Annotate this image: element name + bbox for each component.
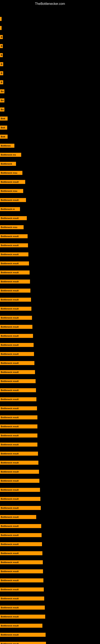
result-bar: Bottleneck result bbox=[0, 379, 36, 383]
bar-row: Bottleneck result bbox=[0, 396, 100, 402]
bar-label: Bottleneck result bbox=[1, 588, 19, 591]
result-bar: Bottlenec bbox=[0, 144, 14, 148]
bar-row: Bottleneck result bbox=[0, 234, 100, 239]
result-bar: Bottleneck result bbox=[0, 533, 42, 537]
bar-row: Bottleneck result bbox=[0, 469, 100, 474]
result-bar: Bottleneck result bbox=[0, 343, 34, 347]
bar-label: Bottleneck result bbox=[1, 290, 19, 292]
bar-label: Bottleneck result bbox=[1, 616, 19, 618]
result-bar: Bottleneck result bbox=[0, 370, 35, 374]
bar-row: Bottleneck result bbox=[0, 560, 100, 565]
result-bar: Bottleneck result bbox=[0, 397, 36, 401]
result-bar: Bottleneck result bbox=[0, 262, 29, 266]
bar-label: Bolt bbox=[1, 126, 5, 129]
bar-row: Bottleneck result bbox=[0, 369, 100, 375]
bar-row: Bottleneck re bbox=[0, 206, 100, 212]
result-bar: Bottleneck result bbox=[0, 461, 38, 465]
bar-label: Bottleneck result bbox=[1, 462, 19, 464]
bar-row: Bottleneck result bbox=[0, 260, 100, 266]
bar-row: Bottleneck result bbox=[0, 406, 100, 411]
bar-row: Bottleneck resu bbox=[0, 224, 100, 230]
bar-label: Bottleneck result bbox=[1, 489, 19, 491]
bar-row: Bottleneck result bbox=[0, 632, 100, 638]
result-bar: Bottleneck result bbox=[0, 334, 33, 338]
result-bar: Bo bbox=[0, 108, 4, 112]
bar-row: Bottleneck result bbox=[0, 414, 100, 420]
bar-label: Bottleneck result bbox=[1, 298, 19, 301]
result-bar: Bottleneck result bbox=[0, 434, 37, 438]
result-bar: Bottleneck result bbox=[0, 606, 45, 610]
bar-label: Bottleneck result bbox=[1, 570, 19, 572]
bar-label: Bott bbox=[1, 136, 5, 138]
bar-row: Bottleneck result bbox=[0, 596, 100, 601]
bar-row: Bottleneck resu bbox=[0, 170, 100, 176]
result-bar: Bottleneck result bbox=[0, 551, 42, 555]
bar-row: Bottleneck result bbox=[0, 487, 100, 493]
bar-row: Bottleneck result bbox=[0, 568, 100, 574]
result-bar: Bottleneck result bbox=[0, 488, 40, 492]
bar-label: Bottleneck result bbox=[1, 371, 19, 373]
bar-label: Bottleneck result bbox=[1, 271, 19, 274]
bar-label: Bottleneck result bbox=[1, 642, 19, 644]
bar-label: B bbox=[1, 81, 2, 84]
bar-row: Bottleneck result bbox=[0, 351, 100, 357]
bar-label: Bottleneck bbox=[1, 162, 12, 165]
result-bar: Bottleneck result bbox=[0, 424, 37, 428]
bar-row: B bbox=[0, 52, 100, 58]
result-bar: B bbox=[0, 62, 3, 66]
bar-label: Bottleneck result bbox=[1, 434, 19, 437]
bar-label: Bottleneck re bbox=[1, 208, 15, 210]
bar-row: Bolt bbox=[0, 125, 100, 130]
bar-row: Bottleneck result bbox=[0, 306, 100, 312]
bar-label: Bottleneck result bbox=[1, 443, 19, 446]
bar-row: Bottleneck result bbox=[0, 270, 100, 275]
bar-label: Bo bbox=[1, 99, 4, 102]
bar-label: Bottleneck result bbox=[1, 335, 19, 337]
result-bar: Bolt bbox=[0, 126, 7, 130]
bar-row: Bottleneck result bbox=[0, 324, 100, 330]
result-bar: Bottleneck result bbox=[0, 596, 44, 600]
bar-label: Bottleneck result bbox=[1, 217, 19, 219]
bar-label: Bottleneck result bbox=[1, 380, 19, 382]
result-bar: Bottleneck result bbox=[0, 569, 43, 573]
result-bar: Bottleneck bbox=[0, 162, 16, 166]
bar-label: Bottleneck result bbox=[1, 470, 19, 473]
result-bar: Bottleneck result bbox=[0, 560, 43, 564]
bar-row: Bottleneck result bbox=[0, 288, 100, 294]
bar-row: Bottleneck result bbox=[0, 496, 100, 502]
result-bar: Bottleneck re bbox=[0, 207, 20, 211]
result-bar: Bottleneck result bbox=[0, 614, 45, 619]
bar-row: Bottleneck result bbox=[0, 451, 100, 456]
bar-row: B bbox=[0, 43, 100, 49]
bar-row: Bo bbox=[0, 88, 100, 94]
result-bar: Bott bbox=[0, 116, 8, 120]
bar-label: Bottleneck result bbox=[1, 624, 19, 627]
bar-label: B bbox=[1, 72, 2, 74]
result-bar: Bottleneck result bbox=[0, 198, 26, 202]
bar-row: Bott bbox=[0, 116, 100, 121]
result-bar: Bottleneck result bbox=[0, 234, 28, 238]
bar-row: Bottleneck resu bbox=[0, 188, 100, 194]
bar-label: B bbox=[1, 54, 2, 56]
result-bar: Bottleneck result bbox=[0, 216, 27, 220]
result-bar: Bo bbox=[0, 89, 4, 94]
bar-row: Bottleneck result bbox=[0, 550, 100, 556]
bar-label: Bottleneck result bbox=[1, 344, 19, 346]
site-title: TheBottlenecker.com bbox=[0, 0, 100, 7]
result-bar: Bottleneck result bbox=[0, 515, 36, 519]
bar-row: Bottleneck result bbox=[0, 424, 100, 429]
bar-row: Bottleneck result bbox=[0, 297, 100, 302]
result-bar: Bo bbox=[0, 98, 4, 102]
bar-label: Bottleneck result bbox=[1, 552, 19, 554]
bar-row: Bottleneck result bbox=[0, 578, 100, 583]
result-bar: Bott bbox=[0, 135, 8, 139]
result-bar: B bbox=[0, 71, 3, 75]
bar-label: Bottleneck res bbox=[1, 154, 16, 156]
bar-label: Bottleneck result bbox=[1, 262, 19, 265]
bar-label: Bottleneck result bbox=[1, 579, 19, 582]
bar-row: Bottleneck result bbox=[0, 252, 100, 257]
bar-label: Bottleneck result bbox=[1, 452, 19, 455]
result-bar: Bottleneck result bbox=[0, 506, 41, 510]
result-bar: Bottleneck result bbox=[0, 298, 31, 302]
result-bar: Bottleneck result bbox=[0, 497, 40, 501]
